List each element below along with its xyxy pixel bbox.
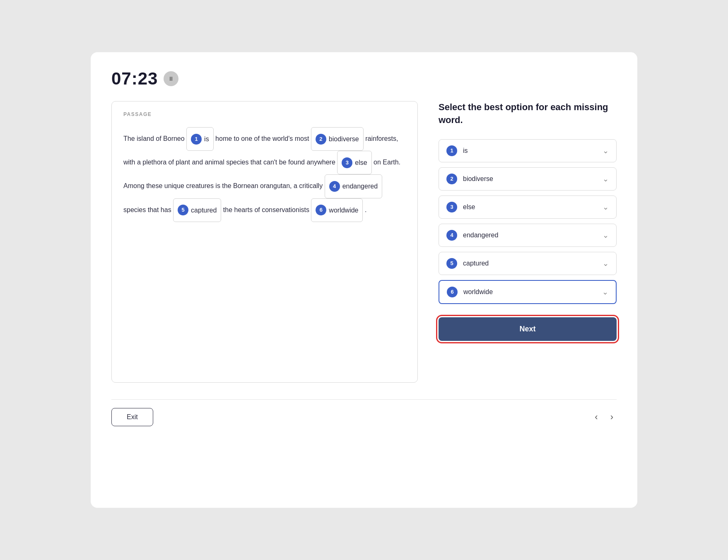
- dropdown-3[interactable]: 3 else ⌄: [439, 196, 617, 219]
- passage-chip-5: 5 captured: [173, 198, 221, 222]
- dropdown-value-5: captured: [463, 260, 597, 267]
- chevron-down-icon-6: ⌄: [602, 287, 608, 297]
- dropdown-badge-3: 3: [446, 202, 457, 212]
- dropdown-6[interactable]: 6 worldwide ⌄: [439, 280, 617, 304]
- dropdown-2[interactable]: 2 biodiverse ⌄: [439, 167, 617, 191]
- chip-text-2: biodiverse: [329, 128, 359, 150]
- prev-button[interactable]: ‹: [591, 410, 601, 424]
- exit-button[interactable]: Exit: [111, 408, 153, 426]
- dropdown-value-2: biodiverse: [463, 175, 597, 183]
- chip-text-6: worldwide: [329, 200, 358, 221]
- right-panel: Select the best option for each missing …: [439, 101, 617, 383]
- dropdown-value-3: else: [463, 203, 597, 211]
- dropdown-badge-5: 5: [446, 258, 457, 269]
- badge-4: 4: [329, 181, 340, 192]
- badge-6: 6: [316, 205, 326, 215]
- pause-button[interactable]: ⏸: [164, 71, 178, 86]
- dropdown-badge-6: 6: [447, 287, 458, 297]
- badge-1: 1: [191, 134, 202, 145]
- dropdown-1[interactable]: 1 is ⌄: [439, 139, 617, 162]
- passage-chip-4: 4 endangered: [325, 174, 382, 198]
- dropdown-value-4: endangered: [463, 232, 597, 239]
- passage-text: The island of Borneo 1 is home to one of…: [123, 127, 406, 222]
- timer-row: 07:23 ⏸: [111, 69, 617, 89]
- chip-text-5: captured: [191, 200, 217, 221]
- passage-chip-3: 3 else: [337, 151, 371, 174]
- badge-3: 3: [342, 157, 352, 168]
- passage-chip-1: 1 is: [186, 127, 214, 151]
- badge-5: 5: [178, 205, 188, 215]
- next-nav-button[interactable]: ›: [607, 410, 617, 424]
- badge-2: 2: [316, 134, 326, 145]
- chip-text-3: else: [355, 152, 367, 173]
- dropdown-badge-2: 2: [446, 174, 457, 184]
- timer-display: 07:23: [111, 69, 158, 89]
- dropdown-value-6: worldwide: [463, 288, 596, 296]
- pause-icon: ⏸: [168, 75, 174, 82]
- dropdown-4[interactable]: 4 endangered ⌄: [439, 224, 617, 247]
- dropdown-5[interactable]: 5 captured ⌄: [439, 252, 617, 275]
- dropdown-badge-4: 4: [446, 230, 457, 241]
- bottom-bar: Exit ‹ ›: [111, 399, 617, 426]
- nav-arrows: ‹ ›: [591, 410, 617, 424]
- chip-text-4: endangered: [342, 176, 378, 197]
- chevron-down-icon-4: ⌄: [603, 231, 609, 240]
- passage-label: PASSAGE: [123, 111, 406, 117]
- question-title: Select the best option for each missing …: [439, 101, 617, 127]
- chevron-down-icon-1: ⌄: [603, 146, 609, 155]
- content-area: PASSAGE The island of Borneo 1 is home t…: [111, 101, 617, 383]
- chevron-down-icon-3: ⌄: [603, 203, 609, 212]
- chevron-down-icon-2: ⌄: [603, 174, 609, 183]
- passage-chip-2: 2 biodiverse: [311, 127, 364, 151]
- main-card: 07:23 ⏸ PASSAGE The island of Borneo 1 i…: [91, 52, 637, 508]
- dropdown-value-1: is: [463, 147, 597, 154]
- dropdown-badge-1: 1: [446, 145, 457, 156]
- next-button[interactable]: Next: [439, 317, 617, 341]
- chip-text-1: is: [204, 128, 209, 150]
- passage-chip-6: 6 worldwide: [311, 198, 363, 222]
- passage-box: PASSAGE The island of Borneo 1 is home t…: [111, 101, 418, 383]
- chevron-down-icon-5: ⌄: [603, 259, 609, 268]
